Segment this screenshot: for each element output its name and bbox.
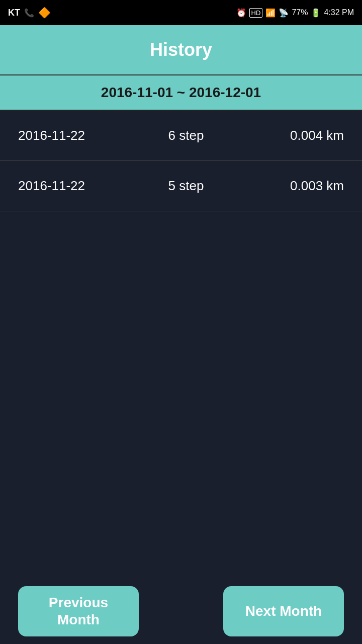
empty-area bbox=[0, 211, 362, 579]
status-left: KT 📞 🔶 bbox=[8, 7, 51, 19]
row-distance-2: 0.003 km bbox=[243, 178, 344, 194]
status-bar: KT 📞 🔶 ⏰ HD 📶 📡 77% 🔋 4:32 PM bbox=[0, 0, 362, 25]
date-range-text: 2016-11-01 ~ 2016-12-01 bbox=[101, 85, 261, 101]
row-date-1: 2016-11-22 bbox=[18, 128, 129, 143]
battery-label: 77% bbox=[292, 8, 308, 17]
phone-icon: 📞 bbox=[24, 8, 34, 18]
table-row: 2016-11-22 5 step 0.003 km bbox=[0, 161, 362, 211]
hd-icon: HD bbox=[249, 8, 263, 18]
wifi-icon: 📶 bbox=[265, 8, 276, 18]
page-title: History bbox=[150, 39, 212, 60]
alarm-icon: ⏰ bbox=[236, 8, 246, 18]
row-distance-1: 0.004 km bbox=[243, 128, 344, 143]
date-range-bar: 2016-11-01 ~ 2016-12-01 bbox=[0, 75, 362, 111]
next-month-button[interactable]: Next Month bbox=[223, 586, 344, 636]
battery-icon: 🔋 bbox=[311, 8, 321, 18]
row-steps-2: 5 step bbox=[141, 178, 231, 194]
content-area: 2016-11-22 6 step 0.004 km 2016-11-22 5 … bbox=[0, 111, 362, 579]
signal-icon: 📡 bbox=[279, 8, 289, 18]
row-steps-1: 6 step bbox=[141, 128, 231, 143]
table-row: 2016-11-22 6 step 0.004 km bbox=[0, 111, 362, 161]
previous-month-button[interactable]: PreviousMonth bbox=[18, 586, 139, 636]
bottom-buttons: PreviousMonth Next Month bbox=[0, 579, 362, 644]
hexagon-icon: 🔶 bbox=[38, 7, 51, 19]
row-date-2: 2016-11-22 bbox=[18, 178, 129, 194]
header: History bbox=[0, 25, 362, 75]
status-right: ⏰ HD 📶 📡 77% 🔋 4:32 PM bbox=[236, 8, 354, 18]
time-label: 4:32 PM bbox=[324, 8, 354, 17]
carrier-label: KT bbox=[8, 8, 20, 18]
